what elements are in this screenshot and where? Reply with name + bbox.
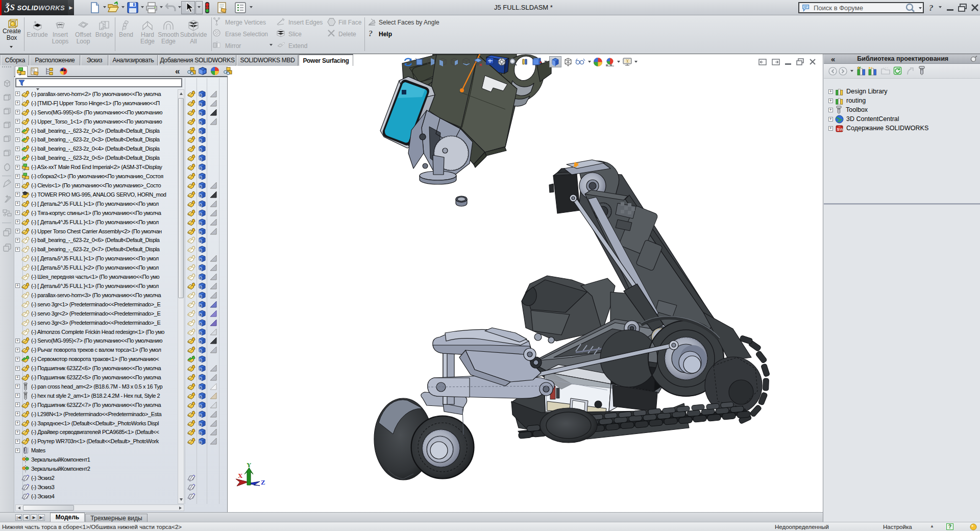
svg-text:?: ? [369, 29, 373, 38]
svg-text:Z: Z [261, 478, 265, 486]
svg-text:X: X [238, 472, 243, 479]
svg-text:Y: Y [247, 461, 252, 469]
svg-text:W: W [840, 127, 844, 132]
svg-text:?: ? [929, 3, 934, 13]
